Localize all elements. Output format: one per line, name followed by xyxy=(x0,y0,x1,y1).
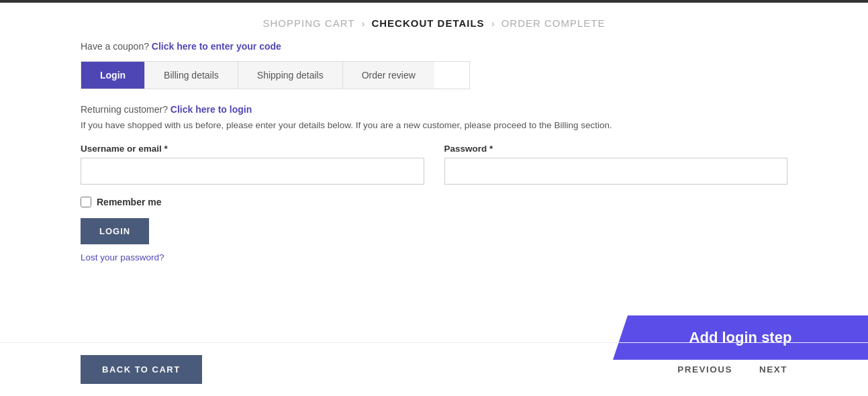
remember-label: Remember me xyxy=(97,197,162,207)
bottom-bar: BACK TO CART PREVIOUS NEXT xyxy=(0,342,868,396)
remember-checkbox[interactable] xyxy=(81,197,91,207)
coupon-link[interactable]: Click here to enter your code xyxy=(152,41,281,52)
username-label: Username or email * xyxy=(81,144,424,154)
lost-password-link[interactable]: Lost your password? xyxy=(81,252,787,262)
breadcrumb-sep-1: › xyxy=(361,17,365,29)
next-button[interactable]: NEXT xyxy=(759,364,787,375)
username-input[interactable] xyxy=(81,158,424,185)
tab-shipping-details[interactable]: Shipping details xyxy=(238,62,343,89)
password-input[interactable] xyxy=(444,158,788,185)
tabs-container: Login Billing details Shipping details O… xyxy=(81,61,470,89)
previous-button[interactable]: PREVIOUS xyxy=(677,364,732,375)
coupon-text: Have a coupon? xyxy=(81,41,149,52)
description-text: If you have shopped with us before, plea… xyxy=(81,120,698,130)
breadcrumb-shopping-cart: SHOPPING CART xyxy=(262,17,354,29)
login-button[interactable]: LOGIN xyxy=(81,218,149,244)
coupon-bar: Have a coupon? Click here to enter your … xyxy=(81,41,787,52)
returning-customer-bar: Returning customer? Click here to login xyxy=(81,104,787,115)
password-label: Password * xyxy=(444,144,788,154)
returning-customer-link[interactable]: Click here to login xyxy=(171,104,252,115)
tab-order-review[interactable]: Order review xyxy=(343,62,434,89)
main-content: Have a coupon? Click here to enter your … xyxy=(0,41,868,262)
tab-login[interactable]: Login xyxy=(81,62,145,89)
breadcrumb-order-complete: ORDER COMPLETE xyxy=(501,17,606,29)
returning-customer-text: Returning customer? xyxy=(81,104,168,115)
remember-row: Remember me xyxy=(81,197,787,207)
tab-billing-details[interactable]: Billing details xyxy=(145,62,238,89)
credentials-row: Username or email * Password * xyxy=(81,144,787,185)
back-to-cart-button[interactable]: BACK TO CART xyxy=(81,355,202,384)
username-group: Username or email * xyxy=(81,144,424,185)
nav-buttons: PREVIOUS NEXT xyxy=(677,364,787,375)
password-group: Password * xyxy=(444,144,788,185)
breadcrumb-checkout-details: CHECKOUT DETAILS xyxy=(371,17,484,29)
breadcrumb-sep-2: › xyxy=(491,17,495,29)
breadcrumb: SHOPPING CART › CHECKOUT DETAILS › ORDER… xyxy=(0,3,868,41)
